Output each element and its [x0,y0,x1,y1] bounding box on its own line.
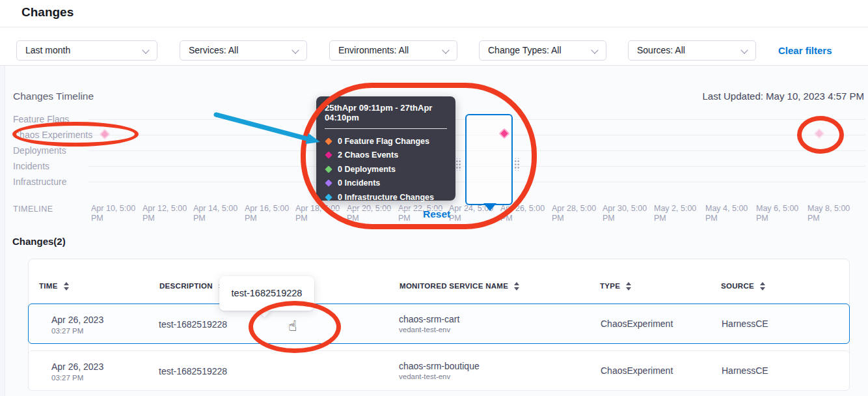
hand-cursor-icon: ☝ [288,318,297,334]
row-source: HarnessCE [722,319,768,328]
sort-icon[interactable] [514,282,519,290]
change-types-dropdown[interactable]: Change Types: All [479,40,606,61]
lane-label-infrastructure: Infrastructure [13,177,66,187]
page-title: Changes [21,5,74,20]
infrastructure-diamond-icon [325,193,332,201]
timeline-brush-selection[interactable] [465,114,513,205]
tooltip-item-feature-flags: 0 Feature Flag Changes [325,134,447,148]
tooltip-item-infrastructure: 0 Infrastructure Changes [325,190,447,205]
chevron-down-icon [292,46,299,53]
chaos-event-diamond-icon [325,152,332,159]
time-range-dropdown[interactable]: Last month [16,40,157,61]
tooltip-divider [325,128,447,129]
axis-tick: Apr 30, 5:00PM [603,204,652,223]
chaos-event-marker[interactable] [100,129,111,140]
row-date: Apr 26, 2023 [51,362,103,371]
axis-tick: Apr 26, 5:00PM [500,204,550,223]
sources-value: Sources: All [637,45,685,55]
row-service-name: chaos-srm-cart [399,315,459,324]
chevron-down-icon [591,46,598,53]
table-row-chaos-srm-cart[interactable]: Apr 26, 2023 03:27 PM test-1682519228 ch… [28,304,850,344]
row-change-type: ChaosExperiment [601,319,673,328]
change-types-value: Change Types: All [488,45,562,55]
row-description: test-1682519228 [159,367,227,376]
environments-dropdown[interactable]: Environments: All [329,40,457,61]
deployment-diamond-icon [325,165,332,173]
environments-value: Environments: All [338,45,409,55]
tooltip-divider [325,209,447,210]
sort-icon[interactable] [64,282,69,290]
description-hover-tooltip: test-1682519228 [219,276,314,311]
top-bar: Changes [0,0,868,27]
sources-dropdown[interactable]: Sources: All [628,40,756,61]
axis-tick: Apr 20, 5:00PM [347,204,396,223]
axis-tick: May 4, 5:00PM [705,204,755,223]
axis-tick: May 2, 5:00PM [654,204,703,223]
timeline-axis-label: TIMELINE [13,205,53,214]
clear-filters-link[interactable]: Clear filters [778,45,832,56]
axis-tick: Apr 10, 5:00PM [91,204,141,223]
lane-label-incidents: Incidents [13,161,49,171]
services-dropdown[interactable]: Services: All [180,40,307,61]
row-source: HarnessCE [722,366,768,375]
row-time: 03:27 PM [51,374,83,382]
row-service-name: chaos-srm-boutique [399,361,480,371]
axis-tick: Apr 14, 5:00PM [193,204,243,223]
sort-icon[interactable] [626,282,631,290]
axis-tick: Apr 12, 5:00PM [142,204,192,223]
brush-slider-triangle[interactable] [483,203,496,211]
tooltip-item-deployments: 0 Deployments [325,162,447,177]
row-change-type: ChaosExperiment [601,366,673,375]
row-date: Apr 26, 2023 [51,315,103,324]
changes-page: Changes Last month Services: All Environ… [0,0,868,396]
changes-count-title: Changes(2) [12,236,66,247]
chevron-down-icon [740,46,748,53]
row-environment: vedant-test-env [399,326,450,333]
column-header-type[interactable]: TYPE [600,282,631,290]
lane-label-chaos-experiments: Chaos Experiments [13,130,92,140]
tooltip-item-incidents: 0 Incidents [325,177,447,191]
timeline-tooltip: 25thApr 09:11pm - 27thApr 04:10pm 0 Feat… [316,96,455,201]
column-header-time[interactable]: TIME [39,282,69,290]
feature-flag-diamond-icon [325,137,332,145]
filter-bar: Last month Services: All Environments: A… [0,27,868,66]
table-row-chaos-srm-boutique[interactable]: Apr 26, 2023 03:27 PM test-1682519228 ch… [28,350,850,391]
reset-link[interactable]: Reset [423,208,450,220]
tooltip-item-chaos-events: 2 Chaos Events [325,148,447,163]
row-environment: vedant-test-env [399,373,450,380]
axis-tick: Apr 28, 5:00PM [552,204,601,223]
axis-tick: Apr 18, 5:00PM [295,204,345,223]
axis-tick: Apr 16, 5:00PM [245,204,294,223]
timeline-section-title: Changes Timeline [13,91,94,102]
row-time: 03:27 PM [51,327,83,335]
column-header-description[interactable]: DESCRIPTION [159,282,224,290]
time-range-value: Last month [25,45,70,55]
column-header-source[interactable]: SOURCE [721,282,765,290]
drag-handle-icon[interactable] [513,158,520,171]
lane-label-deployments: Deployments [13,145,66,156]
sort-icon[interactable] [760,282,765,290]
chevron-down-icon [442,46,449,53]
services-value: Services: All [189,45,238,55]
chaos-event-marker[interactable] [814,128,825,139]
last-updated-text: Last Updated: May 10, 2023 4:57 PM [703,91,865,102]
row-description: test-1682519228 [159,320,227,329]
incident-diamond-icon [325,180,332,187]
chevron-down-icon [142,46,149,53]
tooltip-time-range: 25thApr 09:11pm - 27thApr 04:10pm [325,103,447,122]
lane-label-feature-flags: Feature Flags [13,114,69,124]
axis-tick: May 8, 5:00PM [807,204,857,223]
axis-tick: May 6, 5:00PM [756,204,806,223]
column-header-monitored-service[interactable]: MONITORED SERVICE NAME [400,282,519,290]
drag-handle-icon[interactable] [455,158,461,171]
